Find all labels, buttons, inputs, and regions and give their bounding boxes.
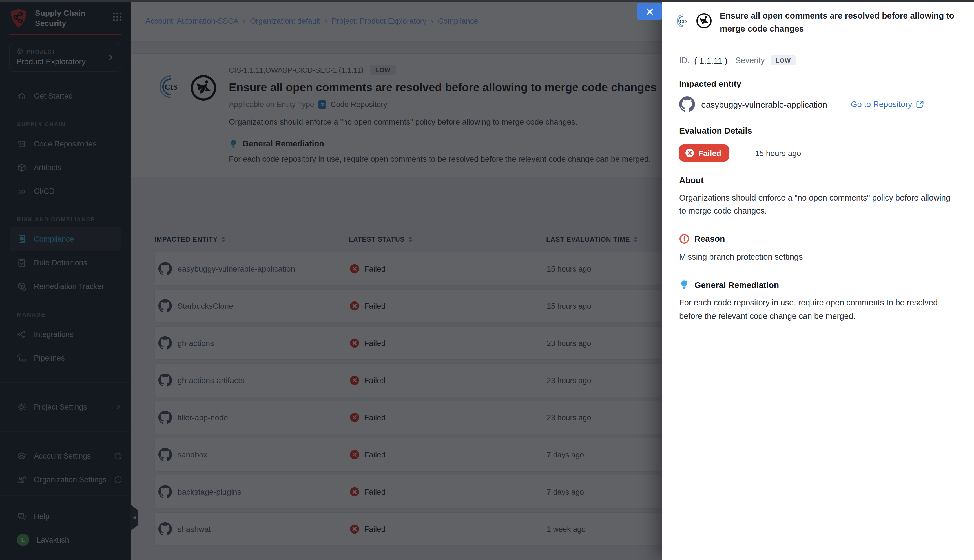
rule-details-drawer: CIS Ensure all open comments are resolve… bbox=[662, 0, 974, 560]
impacted-entity-heading: Impacted entity bbox=[679, 79, 958, 88]
standard-logos: CIS bbox=[676, 9, 712, 29]
reason-heading: Reason bbox=[694, 234, 725, 244]
owasp-logo bbox=[695, 12, 712, 29]
window-top-edge bbox=[0, 0, 974, 2]
about-heading: About bbox=[679, 175, 958, 185]
close-icon bbox=[645, 8, 654, 15]
svg-text:CIS: CIS bbox=[679, 18, 687, 24]
evaluation-time: 15 hours ago bbox=[755, 148, 801, 157]
id-label: ID: bbox=[679, 56, 690, 65]
go-to-repository-link[interactable]: Go to Repository bbox=[851, 100, 924, 109]
severity-label: Severity bbox=[735, 56, 765, 65]
general-remediation-text: For each code repository in use, require… bbox=[679, 297, 958, 323]
reason-text: Missing branch protection settings bbox=[679, 251, 958, 264]
modal-dim-overlay bbox=[0, 0, 662, 560]
close-drawer-button[interactable] bbox=[637, 3, 662, 20]
lightbulb-icon bbox=[679, 280, 689, 290]
evaluation-details-heading: Evaluation Details bbox=[679, 126, 958, 135]
about-text: Organizations should enforce a "no open … bbox=[679, 192, 958, 218]
external-link-icon bbox=[916, 100, 924, 108]
id-value: ( 1.1.11 ) bbox=[694, 55, 727, 65]
drawer-body: ID: ( 1.1.11 ) Severity LOW Impacted ent… bbox=[662, 55, 974, 323]
github-icon bbox=[679, 96, 695, 112]
reason-alert-icon bbox=[679, 234, 689, 244]
app-window: Supply Chain Security PROJECT Product Ex… bbox=[0, 0, 974, 560]
failed-icon bbox=[685, 148, 694, 158]
failed-status-badge: Failed bbox=[679, 144, 729, 162]
drawer-title: Ensure all open comments are resolved be… bbox=[720, 9, 965, 35]
drawer-header: CIS Ensure all open comments are resolve… bbox=[662, 0, 974, 47]
severity-badge: LOW bbox=[771, 55, 796, 65]
cis-logo: CIS bbox=[676, 13, 690, 28]
general-remediation-heading: General Remediation bbox=[694, 280, 779, 290]
entity-name: easybuggy-vulnerable-application bbox=[701, 100, 827, 109]
